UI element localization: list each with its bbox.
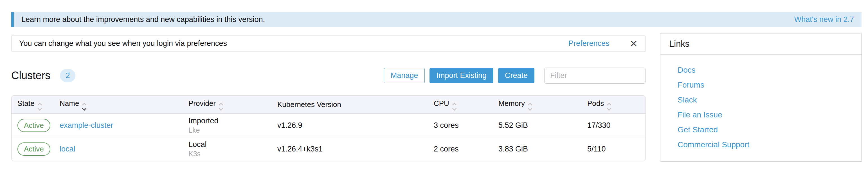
sort-icon: [453, 103, 456, 110]
whats-new-link[interactable]: What's new in 2.7: [794, 15, 854, 24]
column-label: CPU: [434, 99, 449, 108]
cpu-cell: 3 cores: [428, 114, 493, 137]
preferences-link[interactable]: Preferences: [568, 39, 610, 48]
sort-icon: [608, 103, 611, 110]
links-panel: Links Docs Forums Slack File an Issue Ge…: [660, 33, 862, 162]
table-row[interactable]: Active local Local K3s v1.26.4+k3s1 2 co…: [11, 137, 645, 161]
clusters-table: State Name Provider Kubernetes Version C: [11, 95, 646, 161]
pods-cell: 5/110: [581, 137, 645, 161]
provider-distro: Lke: [188, 126, 272, 134]
link-docs[interactable]: Docs: [678, 65, 853, 75]
status-badge: Active: [18, 142, 50, 156]
column-header-provider[interactable]: Provider: [183, 96, 272, 114]
link-forums[interactable]: Forums: [678, 80, 853, 90]
provider-name: Local: [188, 140, 272, 149]
clusters-header-row: Clusters 2 Manage Import Existing Create: [11, 65, 646, 86]
content-columns: You can change what you see when you log…: [11, 27, 862, 162]
link-get-started[interactable]: Get Started: [678, 125, 853, 135]
import-existing-button[interactable]: Import Existing: [430, 68, 493, 83]
login-preferences-banner: You can change what you see when you log…: [11, 35, 646, 52]
cluster-actions: Manage Import Existing Create: [379, 67, 646, 84]
cluster-manager-page: Learn more about the improvements and ne…: [0, 0, 868, 174]
memory-cell: 5.52 GiB: [493, 114, 581, 137]
sort-icon: [219, 103, 222, 110]
provider-distro: K3s: [188, 150, 272, 158]
login-banner-text: You can change what you see when you log…: [19, 39, 227, 48]
cluster-name-link[interactable]: local: [60, 145, 75, 153]
cluster-name-link[interactable]: example-cluster: [60, 121, 113, 129]
status-badge: Active: [18, 119, 50, 132]
page-title: Clusters: [11, 69, 50, 82]
provider-name: Imported: [188, 117, 272, 125]
version-banner: Learn more about the improvements and ne…: [11, 12, 862, 27]
table-header: State Name Provider Kubernetes Version C: [11, 96, 645, 114]
kubernetes-version-cell: v1.26.4+k3s1: [272, 137, 428, 161]
column-label: Name: [60, 99, 79, 108]
memory-cell: 3.83 GiB: [493, 137, 581, 161]
link-file-an-issue[interactable]: File an Issue: [678, 110, 853, 120]
column-label: Kubernetes Version: [277, 100, 341, 109]
manage-button[interactable]: Manage: [384, 68, 425, 83]
column-label: Pods: [587, 99, 604, 108]
column-header-kubernetes-version[interactable]: Kubernetes Version: [272, 96, 428, 114]
version-banner-text: Learn more about the improvements and ne…: [21, 15, 265, 24]
column-header-pods[interactable]: Pods: [581, 96, 645, 114]
create-button[interactable]: Create: [498, 68, 534, 83]
sort-icon: [528, 103, 532, 110]
links-panel-title: Links: [660, 33, 861, 55]
cpu-cell: 2 cores: [428, 137, 493, 161]
column-label: State: [18, 99, 35, 108]
kubernetes-version-cell: v1.26.9: [272, 114, 428, 137]
table-row[interactable]: Active example-cluster Imported Lke v1.2…: [11, 114, 645, 137]
link-commercial-support[interactable]: Commercial Support: [678, 140, 853, 149]
main-column: You can change what you see when you log…: [11, 27, 646, 161]
column-label: Provider: [188, 99, 216, 108]
column-label: Memory: [498, 99, 525, 108]
sort-icon: [83, 103, 86, 110]
column-header-name[interactable]: Name: [54, 96, 183, 114]
sort-icon: [38, 103, 41, 110]
link-slack[interactable]: Slack: [678, 95, 853, 105]
links-list: Docs Forums Slack File an Issue Get Star…: [660, 55, 861, 161]
column-header-memory[interactable]: Memory: [493, 96, 581, 114]
column-header-state[interactable]: State: [11, 96, 54, 114]
pods-cell: 17/330: [581, 114, 645, 137]
cluster-count-badge: 2: [60, 69, 75, 82]
filter-input[interactable]: [544, 67, 646, 84]
column-header-cpu[interactable]: CPU: [428, 96, 493, 114]
close-icon[interactable]: ✕: [630, 39, 638, 49]
